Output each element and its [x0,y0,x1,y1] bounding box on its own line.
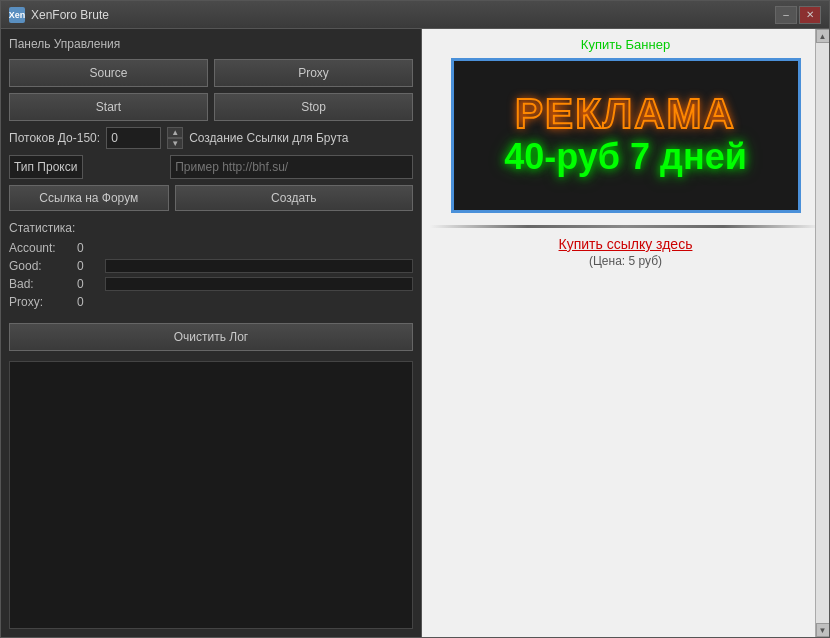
stat-value-good: 0 [77,259,97,273]
main-content: Панель Управления Source Proxy Start Sto… [1,29,829,637]
app-icon: Xen [9,7,25,23]
ad-banner[interactable]: РЕКЛАМА 40-руб 7 дней [451,58,801,213]
flow-row: Потоков До-150: ▲ ▼ Создание Ссылки для … [9,127,413,149]
proxy-type-row: Тип Прокси HTTP SOCKS4 SOCKS5 [9,155,413,179]
title-buttons: – ✕ [775,6,821,24]
ad-price: (Цена: 5 руб) [589,254,662,268]
ad-banner-text2: 40-руб 7 дней [504,135,747,178]
stat-bar-good [105,259,413,273]
stat-label-account: Account: [9,241,69,255]
flow-label: Потоков До-150: [9,131,100,145]
close-button[interactable]: ✕ [799,6,821,24]
ad-link[interactable]: Купить ссылку здесь [559,236,693,252]
stat-label-proxy: Proxy: [9,295,69,309]
forum-link-button[interactable]: Ссылка на Форум [9,185,169,211]
stats-section: Статистика: Account: 0 Good: 0 Bad: [9,221,413,313]
main-window: Xen XenForo Brute – ✕ Панель Управления … [0,0,830,638]
flow-spinner: ▲ ▼ [167,127,183,149]
start-stop-row: Start Stop [9,93,413,121]
proxy-type-select[interactable]: Тип Прокси HTTP SOCKS4 SOCKS5 [9,155,83,179]
forum-row: Ссылка на Форум Создать [9,185,413,211]
right-scrollbar: ▲ ▼ [815,29,829,637]
stat-row-account: Account: 0 [9,241,413,255]
log-area[interactable] [9,361,413,629]
ad-banner-text1: РЕКЛАМА [515,93,736,135]
start-button[interactable]: Start [9,93,208,121]
stat-value-account: 0 [77,241,97,255]
stat-row-proxy: Proxy: 0 [9,295,413,309]
stats-title: Статистика: [9,221,413,235]
minimize-button[interactable]: – [775,6,797,24]
scrollbar-up-button[interactable]: ▲ [816,29,830,43]
source-button[interactable]: Source [9,59,208,87]
proxy-button[interactable]: Proxy [214,59,413,87]
stat-label-bad: Bad: [9,277,69,291]
left-panel: Панель Управления Source Proxy Start Sto… [1,29,421,637]
scrollbar-down-button[interactable]: ▼ [816,623,830,637]
stat-row-bad: Bad: 0 [9,277,413,291]
panel-title: Панель Управления [9,37,413,51]
scrollbar-track [816,43,829,623]
stat-value-bad: 0 [77,277,97,291]
proxy-type-container: Тип Прокси HTTP SOCKS4 SOCKS5 [9,155,164,179]
spinner-down[interactable]: ▼ [167,138,183,149]
create-section-title: Создание Ссылки для Брута [189,131,348,145]
title-bar-left: Xen XenForo Brute [9,7,109,23]
stat-row-good: Good: 0 [9,259,413,273]
title-bar: Xen XenForo Brute – ✕ [1,1,829,29]
right-panel: Купить Баннер РЕКЛАМА 40-руб 7 дней Купи… [421,29,829,637]
stat-label-good: Good: [9,259,69,273]
create-button[interactable]: Создать [175,185,413,211]
spinner-up[interactable]: ▲ [167,127,183,138]
url-input[interactable] [170,155,413,179]
ad-divider [430,225,821,228]
flow-input[interactable] [106,127,161,149]
stat-value-proxy: 0 [77,295,97,309]
window-title: XenForo Brute [31,8,109,22]
stat-bar-bad [105,277,413,291]
source-proxy-row: Source Proxy [9,59,413,87]
ad-title: Купить Баннер [581,37,670,52]
clear-log-button[interactable]: Очистить Лог [9,323,413,351]
stop-button[interactable]: Stop [214,93,413,121]
